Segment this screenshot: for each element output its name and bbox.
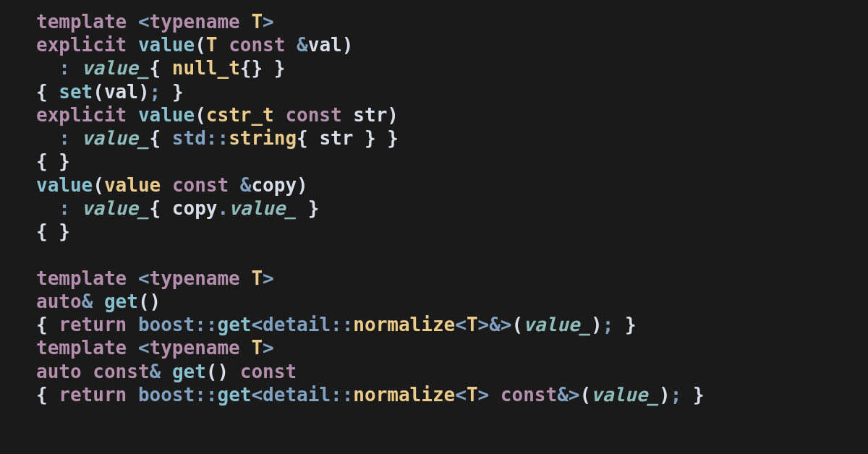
ns-detail: detail <box>263 314 331 335</box>
type-value: value <box>104 174 161 196</box>
member-value: value_ <box>82 57 150 79</box>
param-copy: copy <box>251 174 297 196</box>
param-val: val <box>308 34 342 56</box>
type-T: T <box>251 11 263 33</box>
line: { return boost::get<detail::normalize<T>… <box>36 314 637 335</box>
code-block: template <typename T> explicit value(T c… <box>0 0 868 406</box>
line: { } <box>36 220 70 242</box>
type-null_t: null_t <box>172 57 240 79</box>
type-cstr_t: cstr_t <box>206 104 274 126</box>
type-normalize: normalize <box>353 314 455 335</box>
line: value(value const &copy) <box>36 174 308 196</box>
line: template <typename T> <box>36 11 274 33</box>
keyword-return: return <box>59 314 127 335</box>
line: { return boost::get<detail::normalize<T>… <box>36 384 705 406</box>
line: auto& get() <box>36 291 161 312</box>
ns-std: std <box>172 127 206 149</box>
blank-line <box>36 244 48 265</box>
line: : value_{ null_t{} } <box>36 57 285 79</box>
keyword-template: template <box>36 11 127 33</box>
fn-get: get <box>104 291 138 312</box>
line: explicit value(T const &val) <box>36 34 353 56</box>
keyword-explicit: explicit <box>36 34 127 56</box>
line: auto const& get() const <box>36 361 297 382</box>
keyword-typename: typename <box>150 11 240 33</box>
ctor-name: value <box>138 34 195 56</box>
ns-boost: boost <box>138 314 195 335</box>
line: template <typename T> <box>36 337 274 359</box>
param-str: str <box>353 104 387 126</box>
line: template <typename T> <box>36 267 274 289</box>
line: explicit value(cstr_t const str) <box>36 104 399 126</box>
line: { set(val); } <box>36 81 184 103</box>
type-string: string <box>229 127 297 149</box>
keyword-auto: auto <box>36 291 82 312</box>
line: : value_{ std::string{ str } } <box>36 127 399 149</box>
line: { } <box>36 150 70 172</box>
line: : value_{ copy.value_ } <box>36 197 319 219</box>
fn-set: set <box>59 81 93 103</box>
